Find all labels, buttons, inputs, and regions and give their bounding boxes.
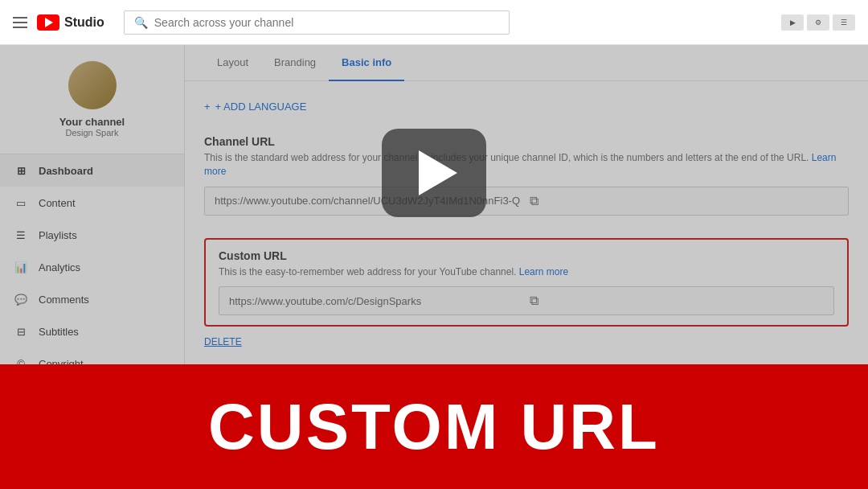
add-language-label: + ADD LANGUAGE [215, 101, 307, 113]
channel-url-title: Channel URL [204, 135, 849, 148]
yt-logo-text: Studio [64, 15, 104, 30]
tabs-bar: Layout Branding Basic info [185, 45, 868, 81]
sidebar-item-analytics[interactable]: 📊 Analytics [0, 251, 184, 283]
topbar-right: ▶ ⚙ ☰ [781, 14, 855, 31]
custom-url-learn-more[interactable]: Learn more [519, 266, 568, 277]
channel-url-value: https://www.youtube.com/channel/UCU3dW2J… [215, 195, 523, 207]
add-language-button[interactable]: + + ADD LANGUAGE [204, 101, 849, 113]
channel-name: Your channel [13, 116, 171, 128]
sidebar-item-label: Playlists [39, 229, 77, 241]
avatar-image [68, 61, 117, 109]
channel-info: Your channel Design Spark [0, 45, 184, 154]
custom-url-value: https://www.youtube.com/c/DesignSparks [229, 295, 523, 307]
plus-icon: + [204, 101, 211, 113]
sidebar-item-dashboard[interactable]: ⊞ Dashboard [0, 154, 184, 187]
sidebar-item-content[interactable]: ▭ Content [0, 187, 184, 219]
analytics-icon: 📊 [13, 259, 29, 275]
yt-logo-icon [37, 14, 59, 31]
playlists-icon: ☰ [13, 227, 29, 243]
banner-text: CUSTOM URL [208, 390, 660, 464]
channel-url-section: Channel URL This is the standard web add… [204, 135, 849, 216]
custom-url-field: https://www.youtube.com/c/DesignSparks ⧉ [219, 286, 834, 315]
topbar: Studio 🔍 ▶ ⚙ ☰ [0, 0, 868, 45]
sidebar-item-label: Dashboard [39, 165, 93, 177]
hamburger-button[interactable] [13, 17, 27, 28]
search-bar[interactable]: 🔍 [124, 10, 510, 35]
search-input[interactable] [154, 16, 499, 29]
custom-url-copy-button[interactable]: ⧉ [530, 294, 824, 308]
channel-url-copy-button[interactable]: ⧉ [530, 194, 838, 208]
topbar-icons: ▶ ⚙ ☰ [781, 14, 855, 31]
custom-url-desc: This is the easy-to-remember web address… [219, 265, 834, 279]
custom-url-title: Custom URL [219, 249, 834, 262]
avatar [68, 61, 117, 109]
comments-icon: 💬 [13, 291, 29, 307]
content-icon: ▭ [13, 195, 29, 211]
topbar-icon-3[interactable]: ☰ [833, 14, 855, 31]
sidebar-item-comments[interactable]: 💬 Comments [0, 283, 184, 315]
sidebar-item-playlists[interactable]: ☰ Playlists [0, 219, 184, 251]
sidebar-item-label: Content [39, 197, 76, 209]
topbar-icon-2[interactable]: ⚙ [807, 14, 829, 31]
delete-link[interactable]: DELETE [204, 336, 849, 347]
dashboard-icon: ⊞ [13, 162, 29, 179]
channel-sub: Design Spark [13, 128, 171, 138]
search-icon: 🔍 [134, 16, 148, 29]
channel-url-field: https://www.youtube.com/channel/UCU3dW2J… [204, 187, 849, 216]
tab-layout[interactable]: Layout [204, 45, 261, 81]
channel-url-desc: This is the standard web address for you… [204, 151, 849, 179]
youtube-logo: Studio [37, 14, 104, 31]
sidebar-item-label: Comments [39, 294, 89, 306]
tab-branding[interactable]: Branding [261, 45, 329, 81]
subtitles-icon: ⊟ [13, 323, 29, 339]
sidebar-item-subtitles[interactable]: ⊟ Subtitles [0, 315, 184, 347]
custom-url-section: Custom URL This is the easy-to-remember … [204, 238, 849, 327]
topbar-icon-1[interactable]: ▶ [781, 14, 804, 31]
sidebar-item-label: Subtitles [39, 326, 79, 338]
bottom-banner: CUSTOM URL [0, 364, 868, 489]
tab-basic-info[interactable]: Basic info [329, 45, 404, 81]
sidebar-item-label: Analytics [39, 261, 80, 273]
